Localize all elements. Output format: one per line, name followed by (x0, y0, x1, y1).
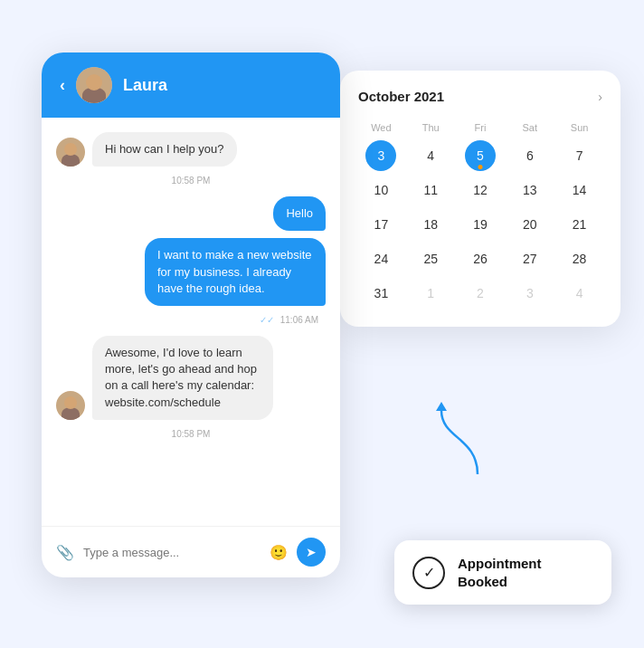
message-timestamp: 10:58 PM (56, 429, 326, 439)
calendar-day[interactable]: 1 (415, 278, 446, 309)
calendar-day[interactable]: 18 (415, 209, 446, 240)
avatar-image (76, 67, 112, 103)
avatar (56, 391, 85, 420)
day-header-fri: Fri (458, 119, 504, 137)
attachment-icon[interactable]: 📎 (56, 544, 74, 561)
checkmark-icon: ✓ (423, 564, 435, 581)
chat-card: ‹ Laura Hi how can I help you? 10:58 PM … (42, 52, 340, 577)
calendar-day[interactable]: 2 (465, 278, 496, 309)
calendar-day[interactable]: 28 (564, 243, 595, 274)
message-timestamp: ✓✓ 11:06 AM (56, 315, 326, 325)
calendar-day[interactable]: 6 (515, 140, 545, 171)
emoji-icon[interactable]: 🙂 (270, 544, 288, 561)
calendar-grid: Wed Thu Fri Sat Sun 3 4 5 6 7 10 11 12 1… (358, 119, 602, 309)
day-header-sat: Sat (507, 119, 553, 137)
day-header-wed: Wed (358, 119, 404, 137)
message-bubble: Hi how can I help you? (92, 132, 237, 167)
message-bubble: Hello (273, 196, 326, 231)
calendar-day[interactable]: 11 (415, 175, 446, 205)
message-bubble: I want to make a new website for my busi… (145, 238, 326, 306)
avatar (76, 67, 112, 103)
send-button[interactable]: ➤ (297, 538, 326, 567)
calendar-day[interactable]: 31 (365, 278, 396, 309)
calendar-day[interactable]: 3 (365, 140, 396, 171)
chat-messages: Hi how can I help you? 10:58 PM Hello I … (42, 118, 340, 526)
arrow-connector (423, 402, 496, 487)
svg-marker-0 (436, 402, 447, 411)
calendar-day[interactable]: 13 (515, 175, 545, 205)
message-row: Hello (56, 196, 326, 231)
calendar-day[interactable]: 10 (365, 175, 396, 205)
calendar-next-button[interactable]: › (598, 90, 602, 104)
calendar-day[interactable]: 26 (465, 243, 496, 274)
calendar-day[interactable]: 14 (564, 175, 595, 205)
send-icon: ➤ (306, 545, 317, 559)
message-row: Hi how can I help you? (56, 132, 326, 167)
day-header-sun: Sun (556, 119, 602, 137)
calendar-day[interactable]: 20 (515, 209, 545, 240)
back-button[interactable]: ‹ (60, 76, 65, 95)
calendar-title: October 2021 (358, 89, 444, 104)
message-bubble: Awesome, I'd love to learn more, let's g… (92, 336, 273, 420)
arrow-svg (423, 402, 496, 483)
calendar-day[interactable]: 24 (365, 243, 396, 274)
calendar-day[interactable]: 7 (564, 140, 595, 171)
read-check-icon: ✓✓ (260, 315, 274, 325)
avatar (56, 138, 85, 167)
calendar-day[interactable]: 19 (465, 209, 496, 240)
calendar-day[interactable]: 4 (564, 278, 595, 309)
calendar-day[interactable]: 3 (515, 278, 545, 309)
message-row: Awesome, I'd love to learn more, let's g… (56, 336, 326, 420)
timestamp-text: 11:06 AM (280, 315, 318, 325)
message-row: I want to make a new website for my busi… (56, 238, 326, 306)
calendar-day[interactable]: 27 (515, 243, 545, 274)
appointment-booked-label: Appointment Booked (458, 555, 593, 590)
message-timestamp: 10:58 PM (56, 176, 326, 186)
check-circle-icon: ✓ (412, 557, 445, 589)
calendar-day[interactable]: 17 (365, 209, 396, 240)
calendar-card: October 2021 › Wed Thu Fri Sat Sun 3 4 5… (340, 71, 620, 327)
scene: ‹ Laura Hi how can I help you? 10:58 PM … (14, 16, 630, 632)
calendar-day[interactable]: 12 (465, 175, 496, 205)
calendar-day[interactable]: 5 (465, 140, 496, 171)
calendar-day[interactable]: 25 (415, 243, 446, 274)
chat-header: ‹ Laura (42, 52, 340, 118)
chat-user-name: Laura (123, 76, 167, 95)
day-header-thu: Thu (408, 119, 454, 137)
calendar-day[interactable]: 21 (564, 209, 595, 240)
message-input[interactable] (83, 546, 260, 559)
appointment-card: ✓ Appointment Booked (394, 540, 611, 605)
calendar-day[interactable]: 4 (415, 140, 446, 171)
calendar-header: October 2021 › (358, 89, 602, 104)
chat-footer: 📎 🙂 ➤ (42, 526, 340, 577)
